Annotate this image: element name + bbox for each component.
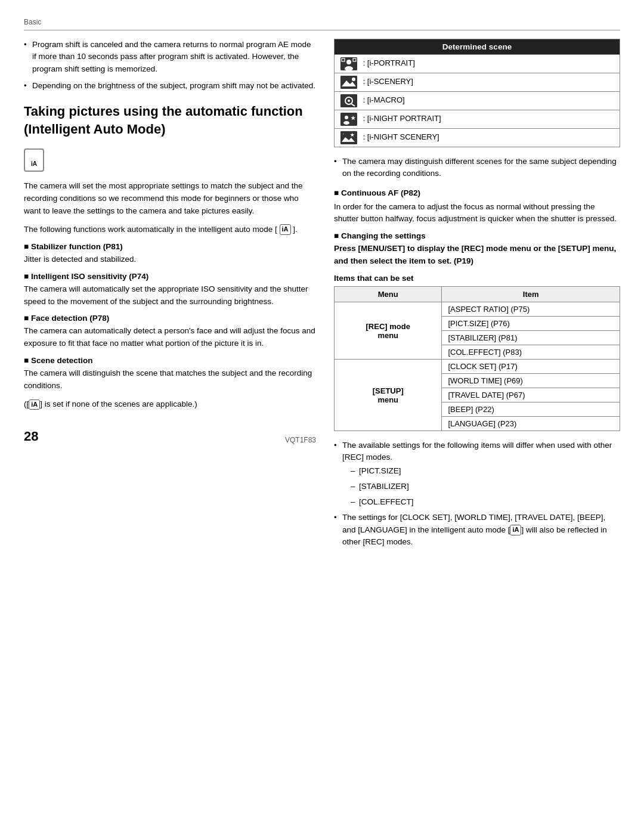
- page-label: Basic: [24, 18, 620, 26]
- portrait-label: : [i-PORTRAIT]: [363, 58, 415, 67]
- inline-ia-icon-2: iA: [29, 400, 40, 410]
- table-row: [SETUP]menu [CLOCK SET] (P17): [335, 360, 620, 374]
- table-row: : [i-MACRO]: [335, 92, 620, 110]
- camera-distinguish-item: The camera may distinguish different sce…: [334, 156, 620, 180]
- changing-settings-body: Press [MENU/SET] to display the [REC] mo…: [334, 243, 620, 268]
- bottom-bullet-list: The available settings for the following…: [334, 439, 620, 548]
- table-row: : [i-PORTRAIT]: [335, 55, 620, 73]
- stabilizer-title: Stabilizer function (P81): [24, 242, 316, 251]
- aspect-ratio-item: [ASPECT RATIO] (P75): [442, 302, 620, 317]
- svg-text:·: ·: [343, 132, 344, 136]
- svg-point-11: [348, 100, 350, 102]
- face-title: Face detection (P78): [24, 314, 316, 323]
- sub-item-stabilizer: [STABILIZER]: [351, 481, 620, 493]
- sub-item-col-effect: [COL.EFFECT]: [351, 496, 620, 508]
- available-settings-item: The available settings for the following…: [334, 439, 620, 508]
- night-scenery-label: : [i-NIGHT SCENERY]: [363, 132, 439, 141]
- scenery-label: : [i-SCENERY]: [363, 77, 413, 86]
- continuous-af-body: In order for the camera to adjust the fo…: [334, 201, 620, 226]
- portrait-icon: [340, 57, 357, 70]
- table-row: ★ : [i-NIGHT PORTRAIT]: [335, 110, 620, 129]
- page-number: 28: [24, 429, 38, 444]
- section-heading: Taking pictures using the automatic func…: [24, 103, 316, 138]
- stabilizer-section: Stabilizer function (P81) Jitter is dete…: [24, 242, 316, 266]
- page-footer: 28 VQT1F83: [24, 429, 316, 444]
- svg-text:★: ★: [351, 115, 356, 121]
- svg-rect-5: [340, 76, 357, 89]
- item-header: Item: [442, 287, 620, 302]
- table-row: ★ · : [i-NIGHT SCENERY]: [335, 129, 620, 147]
- scenery-icon: [340, 76, 357, 89]
- right-column: Determined scene: [334, 39, 620, 552]
- ia-sub-label: iA: [31, 160, 37, 167]
- changing-settings-title: Changing the settings: [334, 231, 620, 240]
- body-text-1: The camera will set the most appropriate…: [24, 180, 316, 218]
- bullet-item-2: Depending on the brightness of the subje…: [24, 80, 316, 92]
- body-text-2: The following functions work automatical…: [24, 224, 316, 236]
- clock-set-item: [CLOCK SET] (P17): [442, 360, 620, 374]
- setup-cell: [SETUP]menu: [335, 360, 442, 431]
- iso-section: Intelligent ISO sensitivity (P74) The ca…: [24, 272, 316, 308]
- menu-header: Menu: [335, 287, 442, 302]
- rec-mode-cell: [REC] modemenu: [335, 302, 442, 360]
- scene-macro-row: : [i-MACRO]: [335, 92, 620, 110]
- top-rule: [24, 30, 620, 30]
- scene-night-scenery-row: ★ · : [i-NIGHT SCENERY]: [335, 129, 620, 147]
- inline-ia-icon-3: iA: [510, 525, 521, 535]
- determined-scene-table: Determined scene: [334, 39, 620, 147]
- iso-body: The camera will automatically set the ap…: [24, 283, 316, 308]
- table-row: : [i-SCENERY]: [335, 73, 620, 92]
- left-column: Program shift is canceled and the camera…: [24, 39, 316, 552]
- night-portrait-label: : [i-NIGHT PORTRAIT]: [363, 114, 441, 123]
- svg-point-7: [352, 78, 355, 81]
- items-can-be-set-table: Menu Item [REC] modemenu [ASPECT RATIO] …: [334, 286, 620, 431]
- night-portrait-icon: ★: [340, 113, 357, 126]
- scene-body: The camera will distinguish the scene th…: [24, 367, 316, 392]
- changing-settings-section: Changing the settings Press [MENU/SET] t…: [334, 231, 620, 268]
- scene-night-portrait-row: ★ : [i-NIGHT PORTRAIT]: [335, 110, 620, 129]
- determined-scene-header: Determined scene: [335, 39, 620, 55]
- scene-portrait-row: : [i-PORTRAIT]: [335, 55, 620, 73]
- continuous-af-title: Continuous AF (P82): [334, 188, 620, 197]
- face-section: Face detection (P78) The camera can auto…: [24, 314, 316, 350]
- settings-reflected-item: The settings for [CLOCK SET], [WORLD TIM…: [334, 512, 620, 548]
- macro-label: : [i-MACRO]: [363, 95, 405, 104]
- language-item: [LANGUAGE] (P23): [442, 417, 620, 431]
- scene-extra: ([iA] is set if none of the scenes are a…: [24, 398, 316, 411]
- ia-icon-box: iA: [24, 148, 44, 172]
- sub-dash-list: [PICT.SIZE] [STABILIZER] [COL.EFFECT]: [342, 465, 620, 509]
- scene-title: Scene detection: [24, 356, 316, 365]
- table-row: [REC] modemenu [ASPECT RATIO] (P75): [335, 302, 620, 317]
- face-body: The camera can automatically detect a pe…: [24, 325, 316, 350]
- scene-section: Scene detection The camera will distingu…: [24, 356, 316, 411]
- night-scenery-icon: ★ ·: [340, 131, 357, 144]
- stabilizer-body: Jitter is detected and stabilized.: [24, 253, 316, 266]
- items-set-label: Items that can be set: [334, 274, 620, 283]
- continuous-af-section: Continuous AF (P82) In order for the cam…: [334, 188, 620, 226]
- iso-title: Intelligent ISO sensitivity (P74): [24, 272, 316, 281]
- stabilizer-item: [STABILIZER] (P81): [442, 331, 620, 345]
- col-effect-item: [COL.EFFECT] (P83): [442, 345, 620, 360]
- sub-item-pict-size: [PICT.SIZE]: [351, 465, 620, 477]
- macro-icon: [340, 94, 357, 107]
- travel-date-item: [TRAVEL DATE] (P67): [442, 388, 620, 402]
- svg-text:★: ★: [350, 132, 355, 138]
- bullet-item-1: Program shift is canceled and the camera…: [24, 39, 316, 75]
- svg-point-13: [345, 116, 348, 119]
- scene-scenery-row: : [i-SCENERY]: [335, 73, 620, 92]
- svg-point-14: [343, 121, 349, 125]
- world-time-item: [WORLD TIME] (P69): [442, 374, 620, 388]
- beep-item: [BEEP] (P22): [442, 402, 620, 417]
- pict-size-item: [PICT.SIZE] (P76): [442, 317, 620, 331]
- inline-ia-icon: iA: [280, 224, 291, 234]
- svg-point-1: [346, 60, 351, 64]
- top-bullet-list: Program shift is canceled and the camera…: [24, 39, 316, 92]
- camera-distinguish-list: The camera may distinguish different sce…: [334, 156, 620, 180]
- model-number: VQT1F83: [285, 436, 316, 444]
